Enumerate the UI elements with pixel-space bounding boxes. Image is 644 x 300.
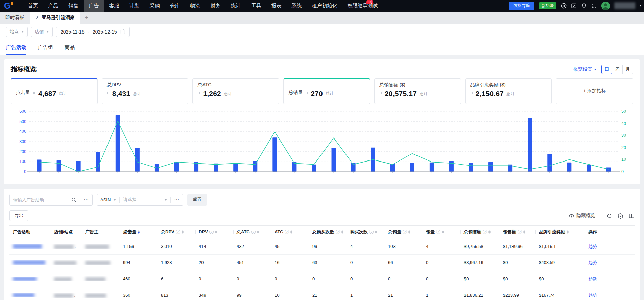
column-header-销量[interactable]: 销量? [423,226,460,238]
sort-icon[interactable] [408,230,410,234]
workspace-tab-即时看板[interactable]: 即时看板 [0,12,30,24]
overview-settings-button[interactable]: 概览设置 [573,66,597,72]
new-feature-button[interactable]: 新功能 [539,2,556,9]
workspace-tab-亚马逊引流洞察[interactable]: 亚马逊引流洞察 [30,12,80,24]
nav-item-首页[interactable]: 首页 [23,0,43,12]
column-header-总销售额[interactable]: 总销售额? [460,226,500,238]
campaign-name-redacted[interactable] [13,260,45,265]
refresh-icon[interactable] [606,213,612,219]
table-row[interactable]: .46060000000$0$0$0趋势 [9,271,635,287]
sort-icon[interactable] [523,230,525,234]
trend-link[interactable]: 趋势 [588,260,597,265]
campaign-search-input[interactable] [10,194,68,205]
nav-item-统计[interactable]: 统计 [225,0,246,12]
column-header-销售额[interactable]: 销售额? [500,226,535,238]
nav-caret-icon[interactable] [640,4,641,7]
column-header-总销量[interactable]: 总销量? [385,226,423,238]
tab-商品[interactable]: 商品 [65,40,75,55]
table-row[interactable]: .9941,9282045116630660$3,967.16$0$408.59… [9,255,635,271]
metric-card-总销售额 ($)[interactable]: 总销售额 ($)20,575.17总计 [374,78,461,104]
nav-item-产品[interactable]: 产品 [43,0,63,12]
column-header-总DPV[interactable]: 总DPV? [158,226,195,238]
more-filter-options-icon[interactable]: ⋯ [171,194,183,205]
metric-card-总DPV[interactable]: 总DPV8,431总计 [102,78,189,104]
drag-handle[interactable] [197,92,200,96]
sort-icon[interactable] [375,230,377,234]
column-header-点击量[interactable]: 点击量 [120,226,158,238]
username-redacted[interactable] [614,2,635,9]
sort-icon[interactable] [488,230,491,234]
settings-gear-icon[interactable] [618,213,623,219]
nav-item-权限继承测试[interactable]: 权限继承测试qxj [342,0,383,12]
period-日[interactable]: 日 [601,65,612,74]
info-icon[interactable]: ? [176,230,180,234]
campaign-name-redacted[interactable] [13,293,34,297]
export-button[interactable]: 导出 [9,210,28,221]
trend-link[interactable]: 趋势 [588,276,597,281]
sort-icon[interactable] [442,230,444,234]
campaign-name-redacted[interactable] [13,244,42,249]
drag-handle[interactable] [33,92,35,96]
sort-icon[interactable] [182,230,184,234]
info-icon[interactable]: ? [285,230,289,234]
task-check-icon[interactable] [571,3,577,9]
column-header-ATC[interactable]: ATC? [271,226,309,238]
info-icon[interactable]: ? [251,230,256,234]
trend-link[interactable]: 趋势 [588,293,597,298]
column-header-DPV[interactable]: DPV? [195,226,233,238]
period-周[interactable]: 周 [612,65,623,74]
nav-item-客服[interactable]: 客服 [104,0,124,12]
column-settings-icon[interactable] [629,213,635,219]
info-icon[interactable]: ? [336,230,340,234]
info-icon[interactable]: ? [403,230,407,234]
sort-icon[interactable] [567,230,569,234]
info-icon[interactable]: ? [518,230,522,234]
more-search-options-icon[interactable]: ⋯ [80,194,92,205]
sort-icon[interactable] [290,230,292,234]
info-icon[interactable]: ? [436,230,440,234]
fullscreen-icon[interactable] [591,3,597,9]
asin-type-select[interactable]: ASIN [97,194,119,205]
period-月[interactable]: 月 [622,65,633,74]
nav-item-计划[interactable]: 计划 [124,0,144,12]
column-header-购买次数[interactable]: 购买次数? [347,226,385,238]
nav-item-广告[interactable]: 广告 [84,0,104,12]
sort-icon[interactable] [341,230,343,234]
nav-item-报表[interactable]: 报表 [266,0,286,12]
hide-overview-button[interactable]: 隐藏概览 [569,213,595,219]
switch-nav-button[interactable]: 切换导航 [509,2,534,10]
metric-card-总ATC[interactable]: 总ATC1,262总计 [192,78,279,104]
metric-card-点击量[interactable]: 点击量4,687总计 [11,78,98,104]
info-icon[interactable]: ? [369,230,374,234]
date-range-picker[interactable]: 2025-11-16 - 2025-12-15 [56,27,130,37]
info-icon[interactable]: ? [483,230,487,234]
drag-handle[interactable] [305,92,308,96]
site-select[interactable]: 站点 [6,27,28,37]
nav-item-物流[interactable]: 物流 [185,0,205,12]
nav-item-仓库[interactable]: 仓库 [165,0,185,12]
search-icon[interactable] [68,194,80,205]
trend-link[interactable]: 趋势 [588,244,597,249]
shop-select[interactable]: 店铺 [31,27,53,37]
metric-card-品牌引流奖励 ($)[interactable]: 品牌引流奖励 ($)2,150.67总计 [465,78,552,104]
table-row[interactable]: .3608133499910211211$1,836.21$223.99$167… [9,287,635,300]
bell-icon[interactable] [581,3,587,9]
campaign-name-redacted[interactable] [13,277,37,281]
nav-item-工具[interactable]: 工具 [246,0,266,12]
user-avatar[interactable] [601,2,610,10]
nav-item-销售[interactable]: 销售 [63,0,84,12]
sort-icon[interactable] [257,230,259,234]
column-header-品牌引流奖励[interactable]: 品牌引流奖励 [535,226,585,238]
tab-广告活动[interactable]: 广告活动 [6,40,26,55]
sort-icon[interactable] [138,230,140,234]
pause-circle-icon[interactable] [561,3,567,9]
reset-button[interactable]: 重置 [187,194,207,206]
add-metric-card[interactable]: + 添加指标 [556,78,633,104]
nav-item-财务[interactable]: 财务 [205,0,225,12]
app-logo[interactable]: G [4,2,13,10]
nav-item-租户初始化[interactable]: 租户初始化 [307,0,342,12]
drag-handle[interactable] [379,92,382,96]
nav-item-采购[interactable]: 采购 [144,0,165,12]
metric-card-总销量[interactable]: 总销量270总计 [283,78,370,104]
column-header-总购买次数[interactable]: 总购买次数? [309,226,347,238]
